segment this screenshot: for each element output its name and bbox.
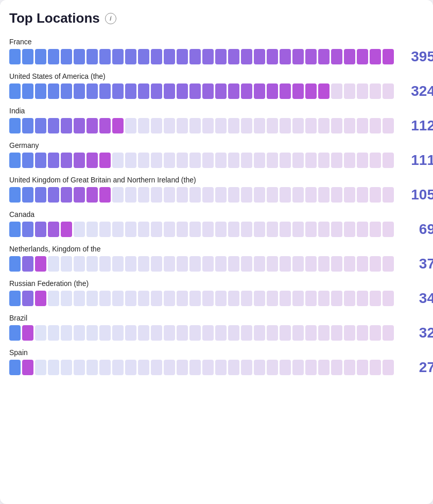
bar-segment (9, 360, 21, 375)
bar-segment (125, 360, 136, 375)
bar-segment (61, 291, 72, 306)
location-name: Germany (9, 141, 424, 149)
bar-segment (254, 118, 265, 133)
bar-segment (22, 49, 33, 64)
bar-segment (241, 222, 252, 237)
bar-segment (202, 118, 214, 133)
bar-segment (138, 325, 149, 341)
location-count: 69 (399, 221, 433, 238)
bar-segment (164, 118, 175, 133)
bar-segment (86, 256, 98, 272)
bar-segment (177, 291, 188, 306)
info-icon[interactable]: i (105, 13, 116, 24)
bar-segment (9, 153, 21, 168)
bar-segment (112, 222, 124, 237)
bar-segment (318, 222, 330, 237)
location-row: France395 (9, 38, 424, 65)
bar-segment (138, 360, 149, 375)
bar-segment (202, 187, 214, 203)
bar-segment (267, 83, 278, 99)
bar-segment (99, 187, 111, 203)
bar-segment (357, 256, 368, 272)
bar-segment (292, 291, 304, 306)
location-count: 324 (399, 83, 433, 99)
bar-segment (99, 118, 111, 133)
location-row: Netherlands, Kingdom of the37 (9, 245, 424, 272)
location-name: Russian Federation (the) (9, 279, 424, 288)
bar-segment (164, 187, 175, 203)
bar-segment (189, 222, 201, 237)
bar-segment (228, 325, 239, 341)
bar-segment (151, 49, 162, 64)
locations-list: France395United States of America (the)3… (9, 38, 424, 376)
bar-container (9, 49, 394, 64)
location-row: Germany111 (9, 141, 424, 169)
location-count: 27 (399, 359, 433, 376)
location-row: United States of America (the)324 (9, 72, 424, 99)
bar-segment (318, 118, 330, 133)
bar-segment (48, 118, 59, 133)
bar-segment (48, 256, 59, 272)
bar-segment (177, 83, 188, 99)
bar-segment (331, 360, 342, 375)
bar-segment (35, 222, 46, 237)
bar-segment (241, 153, 252, 168)
bar-segment (241, 187, 252, 203)
bar-segment (177, 222, 188, 237)
card-title: Top Locations (9, 10, 100, 26)
bar-segment (189, 49, 201, 64)
bar-segment (292, 187, 304, 203)
bar-segment (35, 118, 46, 133)
bar-segment (22, 256, 33, 272)
bar-segment (228, 153, 239, 168)
bar-segment (177, 187, 188, 203)
bar-segment (125, 187, 136, 203)
location-name: France (9, 38, 424, 46)
bar-segment (74, 153, 85, 168)
bar-segment (99, 222, 111, 237)
bar-segment (357, 291, 368, 306)
bar-segment (61, 49, 72, 64)
bar-segment (22, 360, 33, 375)
bar-segment (189, 83, 201, 99)
bar-segment (74, 291, 85, 306)
bar-count-row: 32 (9, 325, 424, 341)
bar-segment (383, 83, 394, 99)
location-name: United Kingdom of Great Britain and Nort… (9, 176, 424, 184)
bar-segment (357, 118, 368, 133)
bar-segment (112, 256, 124, 272)
bar-segment (99, 83, 111, 99)
bar-segment (99, 325, 111, 341)
bar-segment (61, 153, 72, 168)
bar-segment (99, 49, 111, 64)
card-header: Top Locations i (9, 10, 424, 26)
location-count: 112 (399, 117, 433, 134)
bar-segment (215, 187, 227, 203)
bar-segment (138, 256, 149, 272)
bar-segment (86, 222, 98, 237)
bar-segment (125, 291, 136, 306)
bar-segment (344, 256, 355, 272)
bar-segment (99, 153, 111, 168)
bar-segment (164, 256, 175, 272)
bar-segment (318, 83, 330, 99)
bar-count-row: 395 (9, 48, 424, 65)
bar-segment (86, 187, 98, 203)
bar-segment (189, 256, 201, 272)
location-count: 105 (399, 187, 433, 203)
bar-segment (189, 325, 201, 341)
bar-segment (318, 325, 330, 341)
bar-segment (35, 360, 46, 375)
bar-segment (228, 256, 239, 272)
bar-segment (9, 325, 21, 341)
bar-segment (383, 325, 394, 341)
bar-segment (383, 153, 394, 168)
bar-segment (318, 256, 330, 272)
bar-segment (370, 49, 381, 64)
bar-segment (151, 325, 162, 341)
bar-segment (357, 49, 368, 64)
bar-segment (177, 118, 188, 133)
bar-segment (292, 83, 304, 99)
bar-segment (61, 325, 72, 341)
bar-segment (112, 153, 124, 168)
